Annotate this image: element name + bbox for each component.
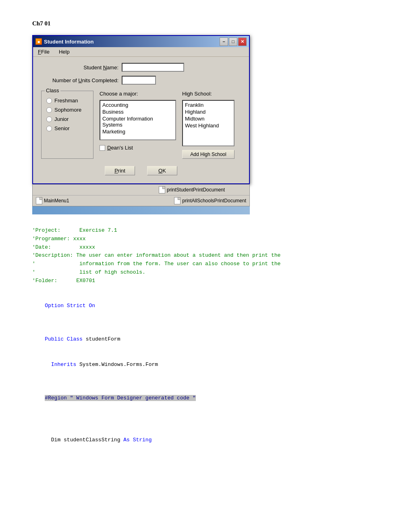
code-comment-desc1: 'Description: The user can enter informa… (32, 251, 383, 260)
title-buttons: – □ ✕ (220, 37, 247, 46)
print-all-schools-icon (174, 197, 181, 204)
junior-label: Junior (54, 116, 68, 122)
code-comment-date: 'Date: xxxxx (32, 243, 383, 252)
hs-midtown[interactable]: Midtown (184, 115, 233, 122)
major-section: Choose a major: Accounting Business Comp… (100, 91, 176, 159)
major-label: Choose a major: (100, 91, 176, 97)
senior-radio[interactable] (46, 126, 52, 131)
sophomore-label: Sophomore (54, 107, 81, 113)
sophomore-radio[interactable] (46, 107, 52, 113)
dialog-body: Student Name: Number of Units Completed:… (33, 57, 249, 183)
file-menu[interactable]: FFile (36, 48, 51, 56)
deans-list-checkbox[interactable] (100, 145, 105, 151)
page-title: Ch7 01 (32, 20, 403, 27)
major-accounting[interactable]: Accounting (101, 102, 174, 108)
freshman-label: Freshman (54, 98, 78, 104)
hs-west-highland[interactable]: West Highland (184, 122, 233, 129)
print-label: rint (118, 168, 125, 174)
code-public-class: Public Class studentForm (32, 327, 383, 352)
code-blank3 (32, 377, 383, 386)
code-dim: Dim studentClassString As String (32, 428, 383, 453)
major-marketing[interactable]: Marketing (101, 128, 174, 135)
units-label: Number of Units Completed: (41, 77, 122, 83)
code-blank4 (32, 411, 383, 420)
class-group-box: Class Freshman Sophomore Junior Senior (41, 91, 93, 159)
print-all-schools-label: printAllSchoolsPrintDocument (182, 198, 246, 204)
main-menu-label: MainMenu1 (44, 198, 69, 204)
major-cis[interactable]: Computer Information Systems (101, 115, 174, 128)
code-blank2 (32, 319, 383, 327)
code-comment-desc2: ' information from the form. The user ca… (32, 260, 383, 268)
print-student-icon (159, 186, 165, 193)
code-comment-programmer: 'Programmer: xxxx (32, 235, 383, 243)
main-section: Class Freshman Sophomore Junior Senior (41, 91, 241, 159)
senior-row: Senior (46, 125, 88, 131)
code-inherits: Inherits System.Windows.Forms.Form (32, 352, 383, 377)
print-all-schools-item: printAllSchoolsPrintDocument (174, 197, 246, 204)
title-bar: ■ Student Information – □ ✕ (33, 36, 249, 47)
freshman-radio[interactable] (46, 98, 52, 104)
dialog-title: Student Information (44, 39, 94, 45)
highschool-section: High School: Franklin Highland Midtown W… (182, 91, 235, 159)
junior-radio[interactable] (46, 116, 52, 122)
major-listbox[interactable]: Accounting Business Computer Information… (100, 100, 176, 140)
print-student-item: printStudentPrintDocument (159, 186, 225, 193)
units-input[interactable] (122, 76, 156, 85)
deans-list-row: Dean's List (100, 145, 176, 151)
code-comment-desc3: ' list of high schools. (32, 268, 383, 277)
class-group-label: Class (45, 87, 60, 94)
junior-row: Junior (46, 116, 88, 122)
close-button[interactable]: ✕ (238, 37, 247, 46)
main-menu-item: MainMenu1 (36, 197, 69, 204)
minimize-button[interactable]: – (220, 37, 228, 46)
code-comment-folder: 'Folder: EX0701 (32, 277, 383, 285)
blue-bar (32, 206, 250, 214)
ok-button[interactable]: OK (147, 166, 177, 175)
highschool-label: High School: (182, 91, 235, 97)
code-blank1 (32, 285, 383, 294)
designer-bottom: MainMenu1 printAllSchoolsPrintDocument (33, 195, 249, 206)
add-high-school-button[interactable]: Add High School (182, 150, 235, 159)
button-row: Print OK (41, 166, 241, 175)
sophomore-row: Sophomore (46, 107, 88, 113)
student-info-dialog: ■ Student Information – □ ✕ FFile Help S… (32, 35, 250, 184)
units-row: Number of Units Completed: (41, 76, 241, 85)
hs-franklin[interactable]: Franklin (184, 102, 233, 108)
code-option-strict: Option Strict On (32, 293, 383, 318)
code-region: #Region " Windows Form Designer generate… (32, 386, 383, 411)
hs-highland[interactable]: Highland (184, 108, 233, 115)
title-bar-left: ■ Student Information (35, 38, 94, 45)
app-icon: ■ (35, 38, 42, 45)
print-button[interactable]: Print (105, 166, 135, 175)
print-student-label: printStudentPrintDocument (167, 187, 225, 193)
senior-label: Senior (54, 125, 70, 131)
code-comment-project: 'Project: Exercise 7.1 (32, 227, 383, 235)
help-menu[interactable]: Help (57, 48, 71, 56)
freshman-row: Freshman (46, 98, 88, 104)
main-menu-icon (36, 197, 42, 204)
designer-panel: printStudentPrintDocument MainMenu1 prin… (32, 184, 250, 206)
highschool-listbox[interactable]: Franklin Highland Midtown West Highland (182, 100, 235, 146)
maximize-button[interactable]: □ (229, 37, 237, 46)
menu-bar: FFile Help (33, 47, 249, 57)
deans-list-label: Dean's List (107, 145, 133, 151)
code-blank5 (32, 419, 383, 428)
student-name-row: Student Name: (41, 63, 241, 72)
student-name-label: Student Name: (41, 64, 122, 71)
student-name-input[interactable] (122, 63, 184, 72)
code-section: 'Project: Exercise 7.1 'Programmer: xxxx… (32, 227, 383, 453)
designer-toolbar: printStudentPrintDocument (33, 185, 249, 195)
ok-label: K (162, 168, 166, 174)
major-business[interactable]: Business (101, 108, 174, 115)
